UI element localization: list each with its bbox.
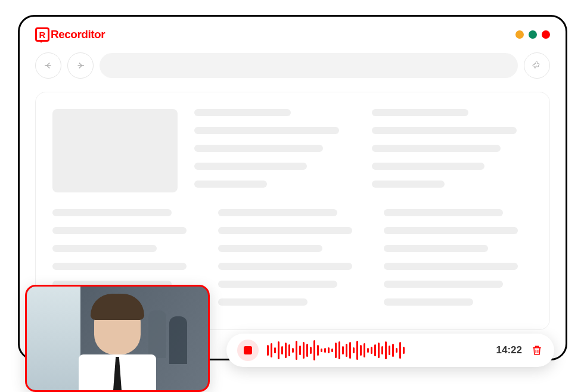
skeleton-line (384, 298, 473, 306)
waveform-bar (356, 341, 358, 360)
content-top-section (52, 109, 533, 192)
waveform-bar (299, 346, 301, 355)
waveform-bar (374, 344, 376, 356)
logo-letter: R (39, 30, 46, 40)
waveform-bar (303, 342, 305, 359)
waveform-bar (364, 343, 365, 357)
extensions-button[interactable] (524, 52, 550, 79)
waveform-bar (271, 343, 272, 357)
skeleton-line (218, 263, 352, 270)
skeleton-line (372, 163, 484, 170)
address-bar[interactable] (100, 53, 518, 78)
waveform-bar (306, 344, 308, 357)
webcam-person (64, 298, 171, 390)
minimize-button[interactable] (515, 30, 524, 39)
waveform-bar (403, 347, 405, 354)
skeleton-line (218, 298, 307, 306)
delete-recording-button[interactable] (530, 344, 543, 357)
waveform-bar (292, 348, 294, 353)
back-button[interactable] (35, 52, 61, 79)
waveform-bar (353, 347, 355, 353)
stop-recording-button[interactable] (237, 340, 259, 361)
recording-control-bar: 14:22 (226, 334, 554, 367)
arrow-left-icon (43, 60, 54, 71)
skeleton-line (218, 227, 352, 234)
content-thumbnail (52, 109, 178, 192)
waveform-bar (399, 342, 401, 359)
waveform-bar (396, 348, 397, 353)
waveform-bar (313, 340, 315, 360)
waveform-bar (335, 343, 337, 358)
skeleton-line (52, 227, 187, 234)
navigation-row (20, 46, 566, 85)
waveform-bar (378, 343, 380, 358)
puzzle-icon (531, 60, 543, 71)
waveform-bar (360, 345, 362, 356)
waveform-bar (321, 349, 322, 352)
forward-button[interactable] (67, 52, 94, 79)
app-logo: R Recorditor (35, 27, 105, 42)
skeleton-line (218, 245, 322, 252)
waveform-bar (331, 349, 333, 352)
waveform-bar (342, 346, 344, 354)
content-column (194, 109, 355, 192)
waveform-bar (278, 341, 279, 359)
waveform-bar (310, 347, 312, 354)
waveform-bar (389, 346, 390, 355)
skeleton-line (194, 145, 323, 152)
skeleton-line (218, 209, 337, 216)
app-name: Recorditor (51, 28, 105, 41)
audio-waveform (267, 338, 488, 362)
content-column (372, 109, 533, 192)
skeleton-line (384, 227, 518, 234)
skeleton-line (194, 181, 267, 188)
waveform-bar (285, 343, 287, 358)
maximize-button[interactable] (529, 30, 537, 39)
skeleton-line (194, 109, 291, 116)
skeleton-line (52, 209, 172, 216)
skeleton-line (384, 263, 518, 270)
content-column (384, 209, 533, 306)
logo-icon: R (35, 27, 49, 42)
arrow-right-icon (75, 60, 86, 71)
waveform-bar (267, 345, 269, 356)
stop-icon (244, 346, 252, 354)
waveform-bar (367, 348, 369, 353)
skeleton-line (194, 127, 339, 134)
waveform-bar (296, 341, 297, 360)
waveform-bar (349, 342, 351, 359)
recording-duration: 14:22 (496, 344, 522, 356)
skeleton-line (384, 209, 503, 216)
waveform-bar (346, 344, 347, 357)
content-columns (194, 109, 533, 192)
skeleton-line (194, 163, 307, 170)
waveform-bar (381, 346, 383, 354)
skeleton-line (372, 145, 501, 152)
skeleton-line (372, 181, 445, 188)
window-header: R Recorditor (20, 17, 566, 46)
trash-icon (531, 344, 543, 356)
waveform-bar (317, 345, 319, 356)
waveform-bar (281, 346, 283, 354)
window-controls (515, 30, 550, 39)
waveform-bar (371, 347, 372, 354)
waveform-bar (324, 348, 326, 353)
waveform-bar (328, 347, 330, 353)
skeleton-line (218, 281, 337, 288)
waveform-bar (338, 341, 340, 359)
close-button[interactable] (542, 30, 550, 39)
skeleton-line (52, 245, 157, 252)
waveform-bar (274, 347, 276, 353)
skeleton-line (372, 109, 468, 116)
waveform-bar (392, 344, 394, 357)
skeleton-line (384, 245, 488, 252)
skeleton-line (52, 263, 187, 270)
webcam-preview[interactable] (25, 285, 210, 392)
content-column (218, 209, 367, 306)
skeleton-line (384, 281, 503, 288)
waveform-bar (288, 344, 290, 356)
skeleton-line (372, 127, 517, 134)
waveform-bar (385, 341, 387, 359)
